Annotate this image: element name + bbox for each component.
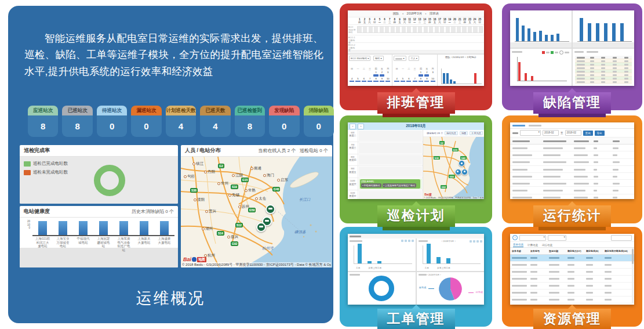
calendar-cell[interactable]: 8	[418, 77, 424, 82]
calendar-cell[interactable]	[367, 71, 373, 77]
module-card-plan[interactable]: ‹ › 2018年03月 6日星期二7日星期三8日星期四9日星期五10日星期六(…	[340, 115, 492, 223]
date-from-input[interactable]: 2018-02	[543, 130, 559, 136]
type-filter-select[interactable]	[548, 235, 566, 241]
calendar-cell[interactable]: 2	[424, 71, 430, 77]
resource-cell	[512, 270, 530, 273]
station-map-marker[interactable]	[455, 169, 461, 175]
view-tab-workorders[interactable]: 工单列表	[470, 131, 483, 135]
calendar-cell[interactable]: 3	[385, 71, 391, 77]
plan-date-row[interactable]: 11日星期日	[348, 190, 423, 199]
resource-table-row[interactable]	[510, 297, 634, 303]
calendar-cell[interactable]	[412, 71, 417, 77]
module-card-resource[interactable]: i 基本信息 计费信息 运行信息 设备名称设备型号投运日期额定电压(kV)额定电…	[502, 227, 642, 327]
calendar-cell[interactable]: 9	[424, 77, 430, 82]
calendar-cell[interactable]	[349, 71, 355, 77]
module-label-stats[interactable]: 运行统计	[533, 205, 611, 227]
station-map-marker[interactable]	[461, 169, 468, 175]
resource-table-row[interactable]	[510, 255, 634, 262]
module-label-resource[interactable]: 资源管理	[533, 309, 611, 329]
calendar-cell[interactable]: 2	[379, 71, 385, 77]
plan-station-chip[interactable]: 上海东港电气设备制造厂电站	[383, 183, 417, 187]
shift-underline	[368, 81, 372, 82]
calendar-cell[interactable]	[394, 71, 399, 77]
stats-cell	[574, 192, 593, 199]
calendar-cell[interactable]	[361, 71, 367, 77]
calendar-cell[interactable]	[400, 71, 406, 77]
plan-date-row[interactable]: 6日星期二	[348, 130, 423, 142]
module-card-stats[interactable]: 2018-02 至 2018-02 查询 导出 运行统计	[502, 115, 642, 223]
resource-search-input[interactable]	[611, 235, 632, 241]
plan-station-chip[interactable]: 中福现代城电站	[361, 183, 381, 187]
module-label-plan[interactable]: 巡检计划	[377, 205, 455, 227]
view-tab-map[interactable]: 地图	[460, 131, 468, 135]
calendar-cell[interactable]: 8	[373, 77, 379, 82]
calendar-cell[interactable]: 6	[361, 77, 367, 82]
resource-table-row[interactable]	[510, 276, 634, 283]
date-to-input[interactable]: 2018-02	[565, 130, 581, 136]
plan-date-list: 6日星期二7日星期三8日星期四9日星期五10日星期六(团队A/B班)中福现代城电…	[348, 130, 423, 199]
plan-date-cell: 9日星期五	[348, 166, 358, 178]
calendar-cell[interactable]: 7	[412, 77, 417, 82]
patrol-car-marker[interactable]	[265, 204, 275, 214]
station-tag-select[interactable]: 电站 ▾	[373, 56, 384, 61]
person-select[interactable]: ▾	[394, 56, 406, 61]
hours-bar	[443, 73, 445, 84]
plan-date-row[interactable]: 8日星期四	[348, 154, 423, 167]
calendar-cell[interactable]: 7	[367, 77, 373, 82]
resource-table-row[interactable]	[510, 269, 634, 276]
resource-column-header: 设备型号	[530, 250, 549, 252]
module-card-defect[interactable]: 缺陷管理	[502, 3, 642, 110]
module-label-defect[interactable]: 缺陷管理	[533, 92, 611, 114]
chart-bar	[533, 32, 536, 41]
module-label-schedule[interactable]: 排班管理	[377, 92, 455, 114]
plan-map[interactable]: 绑定电站 28 个 电站列表 地图 工单列表	[423, 130, 484, 199]
module-card-schedule[interactable]: 团队 ‹ 2018年3月 › 排班表 1四2五3六4日5一6二7三8四9五10六…	[340, 3, 492, 110]
schedule-day-header: 1四2五3六4日5一6二7三8四9五10六11日12一13二14三15四16五1…	[348, 17, 484, 25]
station-select[interactable]: ECO 35kV电站 ▾	[349, 56, 370, 61]
calendar-cell[interactable]: 4	[349, 77, 355, 82]
patrol-car-marker[interactable]	[256, 222, 266, 232]
calendar-cell[interactable]: 10	[385, 77, 391, 82]
mini-calendar[interactable]: 日一二三四五六12345678910	[394, 67, 435, 82]
stat-tile-value: 4	[200, 115, 230, 137]
calendar-cell[interactable]: 5	[355, 77, 361, 82]
resource-table-row[interactable]	[510, 290, 634, 297]
plan-date-row[interactable]: 9日星期五	[348, 166, 423, 178]
calendar-cell[interactable]: 10	[430, 77, 436, 82]
mini-calendar[interactable]: 日一二三四五六12345678910	[349, 67, 391, 82]
tab-operation-info[interactable]: 运行信息	[542, 244, 552, 247]
query-button[interactable]: 查询	[583, 131, 593, 136]
module-card-workorder[interactable]: 工单异常上报工单 ‹ 2018年3月 › 工单异常上报工单 ‹ 2018年3月 …	[340, 227, 492, 327]
level-select[interactable]	[520, 130, 541, 136]
chart-toolbar-icons[interactable]	[401, 240, 414, 242]
calendar-cell[interactable]: 6	[406, 77, 412, 82]
chart-toolbar-icons[interactable]	[470, 240, 482, 243]
chart-bar	[539, 31, 542, 41]
svg-text:G92: G92	[442, 186, 446, 189]
plan-date-row[interactable]: 7日星期三	[348, 142, 423, 154]
distribution-map[interactable]: Bai地图 © 2018 Baidu - GS(2016)2089号 - 甲测资…	[181, 157, 332, 267]
export-button[interactable]: 导出	[595, 131, 605, 136]
stats-tab-active[interactable]	[512, 125, 525, 126]
calendar-cell[interactable]: 3	[430, 71, 436, 77]
map-city-label: 常熟	[245, 188, 256, 193]
calendar-cell[interactable]	[355, 71, 361, 77]
calendar-cell[interactable]: 9	[379, 77, 385, 82]
resource-table-row[interactable]	[510, 262, 634, 269]
view-tab-stations[interactable]: 电站列表	[445, 131, 458, 135]
plan-date-row[interactable]: 10日星期六(团队A/B班)中福现代城电站上海东港电气设备制造厂电站	[348, 178, 423, 190]
resource-table-row[interactable]	[510, 283, 634, 290]
calendar-cell[interactable]	[406, 71, 412, 77]
calendar-cell[interactable]: 5	[400, 77, 406, 82]
module-label-workorder[interactable]: 工单管理	[377, 309, 455, 329]
calendar-cell[interactable]: 1	[373, 71, 379, 77]
station-filter-select[interactable]	[519, 235, 546, 241]
tab-billing-info[interactable]: 计费信息	[527, 244, 538, 247]
calendar-cell[interactable]: 1	[418, 71, 424, 77]
resource-scrollbar[interactable]	[632, 248, 634, 303]
tab-basic-info[interactable]: 基本信息	[513, 243, 523, 247]
stats-tab[interactable]	[529, 125, 541, 126]
plan-event-block[interactable]: (团队A/B班)中福现代城电站上海东港电气设备制造厂电站	[360, 179, 420, 189]
person-tag-select[interactable]: 个人 ▾	[409, 56, 419, 61]
calendar-cell[interactable]: 4	[394, 77, 399, 82]
